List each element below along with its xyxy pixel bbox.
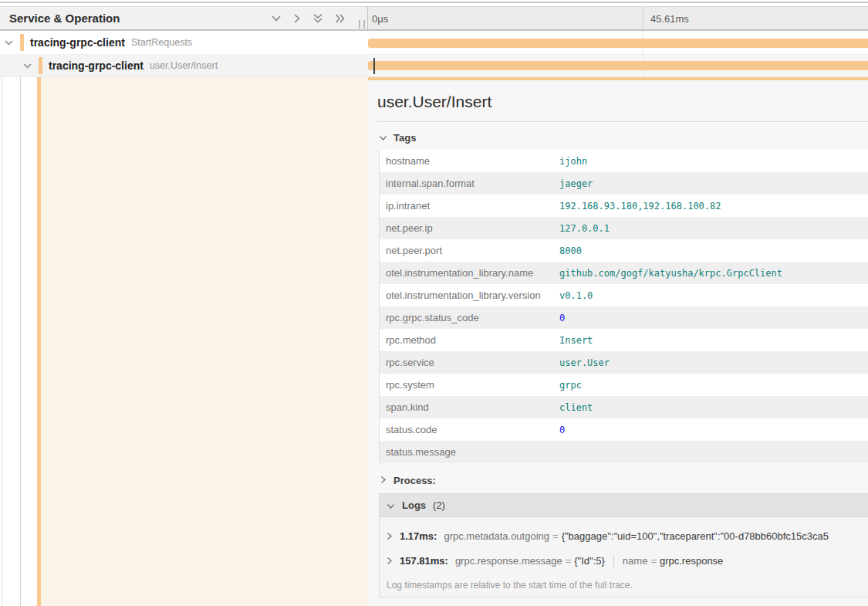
tag-key: net.peer.port bbox=[380, 245, 559, 256]
chevron-down-icon bbox=[387, 499, 395, 513]
service-operation-title: Service & Operation bbox=[9, 12, 120, 25]
span-row-start-requests: tracing-grpc-client StartRequests bbox=[0, 31, 868, 55]
tag-value: 192.168.93.180,192.168.100.82 bbox=[559, 201, 721, 212]
tag-row: otel.instrumentation_library.versionv0.1… bbox=[380, 284, 868, 306]
log-field-key: name bbox=[623, 555, 648, 567]
timeline-cursor-marker bbox=[373, 58, 375, 74]
tags-section-label: Tags bbox=[393, 132, 416, 144]
tag-value: 127.0.0.1 bbox=[559, 223, 610, 234]
span-label-user-insert[interactable]: tracing-grpc-client user.User/Insert bbox=[0, 55, 368, 77]
tag-value: jaeger bbox=[559, 178, 593, 189]
title-divider bbox=[377, 121, 868, 122]
log-timestamp: 157.81ms: bbox=[400, 555, 448, 567]
span-detail-panel: user.User/Insert Tags hostnameijohninter… bbox=[368, 77, 868, 606]
tag-key: net.peer.ip bbox=[380, 222, 559, 234]
top-divider bbox=[0, 2, 868, 3]
logs-list: 1.17ms:grpc.metadata.outgoing={"baggage"… bbox=[380, 517, 868, 597]
chevron-right-icon bbox=[387, 557, 393, 565]
service-name: tracing-grpc-client bbox=[49, 59, 144, 72]
log-field-value: {"baggage":"uid=100","traceparent":"00-d… bbox=[562, 530, 829, 542]
log-field-divider bbox=[613, 555, 614, 567]
tags-section-header[interactable]: Tags bbox=[379, 132, 868, 144]
operation-name: user.User/Insert bbox=[150, 60, 218, 71]
tag-row: net.peer.port8000 bbox=[380, 239, 868, 262]
logs-section-label: Logs bbox=[402, 499, 426, 511]
tag-value: client bbox=[559, 402, 593, 413]
collapse-one-level-icon[interactable] bbox=[293, 13, 301, 24]
tag-row: hostnameijohn bbox=[380, 150, 868, 172]
indent-guide-line bbox=[2, 77, 2, 606]
logs-section-header[interactable]: Logs (2) bbox=[380, 494, 868, 517]
tag-value: v0.1.0 bbox=[559, 290, 593, 301]
panel-resize-handle[interactable] bbox=[359, 20, 365, 29]
span-color-accent bbox=[39, 57, 42, 74]
tag-key: ip.intranet bbox=[380, 200, 559, 212]
process-section-label: Process: bbox=[393, 475, 436, 486]
selected-span-indent-strip bbox=[0, 77, 368, 606]
timeline-tick-start: 0μs bbox=[372, 13, 388, 25]
tag-key: rpc.grpc.status_code bbox=[380, 312, 559, 323]
process-section-header[interactable]: Process: bbox=[380, 475, 868, 486]
tag-row: span.kindclient bbox=[380, 396, 868, 418]
tag-key: status.message bbox=[380, 446, 559, 458]
log-entry[interactable]: 157.81ms:grpc.response.message={"Id":5}n… bbox=[387, 555, 868, 567]
tag-value: 8000 bbox=[559, 245, 582, 256]
tag-row: internal.span.formatjaeger bbox=[380, 172, 868, 195]
chevron-right-icon bbox=[387, 532, 393, 540]
service-operation-header: Service & Operation bbox=[0, 6, 368, 31]
selected-span-highlight bbox=[41, 77, 368, 606]
tag-row: rpc.serviceuser.User bbox=[380, 351, 868, 374]
log-timestamp: 1.17ms: bbox=[400, 530, 437, 542]
equals-sign: = bbox=[566, 555, 572, 567]
tag-key: rpc.service bbox=[380, 357, 559, 368]
chevron-down-icon[interactable] bbox=[22, 63, 32, 69]
span-color-accent bbox=[20, 34, 24, 51]
expand-all-icon[interactable] bbox=[312, 13, 323, 24]
tag-row: status.code0 bbox=[380, 418, 868, 441]
timeline-header: 0μs 45.61ms bbox=[368, 6, 868, 31]
tag-key: rpc.system bbox=[380, 379, 559, 391]
log-entry[interactable]: 1.17ms:grpc.metadata.outgoing={"baggage"… bbox=[387, 530, 868, 542]
indent-guide-line bbox=[20, 77, 21, 606]
span-rows: tracing-grpc-client StartRequests tracin… bbox=[0, 31, 868, 77]
span-bar-start-requests[interactable] bbox=[368, 39, 868, 48]
tag-key: otel.instrumentation_library.version bbox=[380, 289, 559, 301]
tag-row: ip.intranet192.168.93.180,192.168.100.82 bbox=[380, 195, 868, 217]
tag-row: otel.instrumentation_library.namegithub.… bbox=[380, 262, 868, 284]
tag-value: github.com/gogf/katyusha/krpc.GrpcClient bbox=[559, 268, 782, 279]
tag-row: net.peer.ip127.0.0.1 bbox=[380, 217, 868, 239]
logs-count: (2) bbox=[433, 499, 445, 511]
tag-row: rpc.grpc.status_code0 bbox=[380, 306, 868, 329]
chevron-down-icon[interactable] bbox=[4, 39, 14, 46]
tag-row: status.message bbox=[380, 441, 868, 463]
tag-value: grpc bbox=[559, 380, 582, 391]
expand-collapse-controls bbox=[271, 13, 346, 24]
tag-value: ijohn bbox=[559, 156, 587, 167]
tag-row: rpc.systemgrpc bbox=[380, 374, 868, 396]
trace-view: Service & Operation 0μs 45.61ms bbox=[0, 0, 868, 606]
expand-one-level-icon[interactable] bbox=[271, 15, 282, 22]
tag-key: otel.instrumentation_library.name bbox=[380, 267, 559, 279]
tag-key: status.code bbox=[380, 424, 559, 435]
chevron-right-icon bbox=[380, 475, 387, 486]
tag-value: Insert bbox=[559, 335, 593, 346]
timeline-tick-mid: 45.61ms bbox=[650, 13, 689, 25]
timeline-tick-divider bbox=[643, 7, 643, 29]
chevron-down-icon bbox=[379, 132, 387, 144]
operation-name: StartRequests bbox=[131, 37, 192, 48]
logs-section: Logs (2) 1.17ms:grpc.metadata.outgoing={… bbox=[379, 493, 868, 598]
tag-key: span.kind bbox=[380, 401, 559, 413]
span-bar-user-insert[interactable] bbox=[368, 61, 868, 70]
tags-table: hostnameijohninternal.span.formatjaegeri… bbox=[379, 150, 868, 463]
span-row-user-insert: tracing-grpc-client user.User/Insert bbox=[0, 55, 868, 77]
logs-footer-note: Log timestamps are relative to the start… bbox=[387, 580, 868, 591]
equals-sign: = bbox=[552, 530, 559, 542]
span-track-start-requests bbox=[368, 31, 868, 55]
span-track-user-insert bbox=[368, 55, 868, 77]
collapse-all-icon[interactable] bbox=[335, 13, 346, 24]
log-field-value: grpc.response bbox=[660, 555, 723, 567]
service-name: tracing-grpc-client bbox=[30, 36, 125, 49]
span-label-start-requests[interactable]: tracing-grpc-client StartRequests bbox=[0, 31, 368, 55]
log-field-key: grpc.metadata.outgoing bbox=[444, 530, 549, 542]
tag-key: rpc.method bbox=[380, 334, 559, 346]
